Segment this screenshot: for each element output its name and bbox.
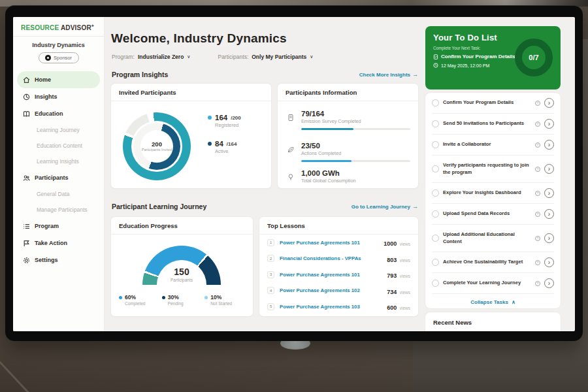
- legend-active: 84 /164 Active: [208, 140, 241, 154]
- donut-legend: 164 /200 Registered 84 /164 Active: [208, 114, 241, 166]
- task-checkbox[interactable]: [432, 141, 439, 148]
- sidebar-item-program[interactable]: Program: [17, 218, 100, 235]
- settings-icon: [23, 257, 30, 264]
- stat-emission-survey: 79/164 Emission Survey Completed: [286, 110, 410, 130]
- recent-news-title: Recent News: [433, 319, 553, 331]
- lesson-row: 2 Financial Considerations - VPPAs 803 v…: [259, 251, 418, 267]
- card-title: Top Lessons: [259, 217, 418, 235]
- stat-actions-completed: 23/50 Actions Completed: [286, 142, 410, 162]
- chevron-down-icon: ∨: [187, 54, 190, 59]
- task-checkbox[interactable]: [432, 120, 439, 127]
- survey-icon: [287, 112, 295, 120]
- take-action-icon: [23, 240, 30, 247]
- lesson-views: 1000 views: [384, 237, 410, 248]
- help-icon[interactable]: ?: [535, 122, 540, 127]
- help-icon[interactable]: ?: [535, 142, 540, 148]
- task-row-confirm-program[interactable]: Confirm Your Program Details ? ›: [432, 93, 554, 114]
- sidebar-item-participants[interactable]: Participants: [17, 169, 100, 186]
- sidebar-item-general-data[interactable]: General Data: [17, 186, 100, 202]
- sidebar-item-insights[interactable]: Insights: [17, 88, 100, 105]
- task-chevron-button[interactable]: ›: [544, 209, 554, 219]
- lesson-link[interactable]: Power Purchase Agreements 102: [280, 287, 360, 293]
- help-icon[interactable]: ?: [535, 281, 540, 286]
- help-icon[interactable]: ?: [535, 212, 540, 217]
- check-more-insights-link[interactable]: Check More Insights→: [306, 71, 418, 78]
- help-icon[interactable]: ?: [535, 101, 540, 106]
- participants-icon: [23, 174, 30, 182]
- lesson-rank-badge: 1: [267, 239, 274, 246]
- sidebar-item-home[interactable]: Home: [17, 71, 100, 88]
- task-chevron-button[interactable]: ›: [544, 98, 554, 108]
- card-title: Participants Information: [278, 84, 418, 101]
- lesson-row: 1 Power Purchase Agreements 101 1000 vie…: [259, 235, 418, 251]
- task-row-invite-collaborator[interactable]: Invite a Collaborator ? ›: [432, 135, 554, 155]
- lesson-views: 600 views: [387, 301, 410, 312]
- sidebar-item-manage-participants[interactable]: Manage Participants: [17, 202, 100, 218]
- lesson-link[interactable]: Financial Considerations - VPPAs: [280, 255, 361, 261]
- collapse-tasks-link[interactable]: Collapse Tasks ∧: [432, 294, 554, 310]
- gauge-legend: 60% Completed 30% Pending 10% Not Starte…: [119, 294, 248, 306]
- task-row-verify-participants[interactable]: Verify participants requesting to join t…: [432, 155, 554, 183]
- lesson-link[interactable]: Power Purchase Agreements 101: [280, 272, 360, 278]
- task-row-explore-insights[interactable]: Explore Your Insights Dashboard ? ›: [432, 183, 554, 204]
- lesson-link[interactable]: Power Purchase Agreements 103: [280, 304, 360, 310]
- progress-bar: [301, 160, 410, 162]
- task-chevron-button[interactable]: ›: [544, 164, 554, 174]
- program-dropdown[interactable]: Program: Industrialize Zero ∨: [112, 54, 190, 60]
- legend-registered: 164 /200 Registered: [208, 114, 241, 128]
- go-to-learning-journey-link[interactable]: Go to Learning Journey→: [306, 203, 418, 210]
- task-chevron-button[interactable]: ›: [544, 119, 554, 129]
- chevron-up-icon: ∧: [512, 299, 515, 305]
- sidebar-item-education[interactable]: Education: [17, 105, 100, 122]
- page-title: Welcome, Industry Dynamics: [111, 31, 287, 46]
- participants-dropdown[interactable]: Participants: Only My Participants ∨: [218, 54, 313, 60]
- task-row-complete-learning-journey[interactable]: Complete Your Learning Journey ? ›: [432, 273, 554, 294]
- sponsor-badge: Sponsor: [39, 52, 79, 63]
- task-chevron-button[interactable]: ›: [544, 233, 554, 243]
- education-progress-card: Education Progress 150 Participants 60% …: [111, 217, 253, 316]
- task-row-achieve-sustainability-target[interactable]: Achieve One Sustainability Target ? ›: [432, 252, 554, 273]
- brand-logo[interactable]: RESOURCE ADVISOR+: [13, 17, 104, 37]
- task-checkbox[interactable]: [432, 259, 439, 266]
- help-icon[interactable]: ?: [535, 191, 540, 196]
- invited-participants-card: Invited Participants 200 Participants In…: [111, 84, 271, 188]
- brand-primary: RESOURCE: [21, 24, 59, 31]
- task-chevron-button[interactable]: ›: [544, 188, 554, 198]
- task-chevron-button[interactable]: ›: [544, 278, 554, 288]
- brand-secondary: ADVISOR: [61, 24, 91, 31]
- task-row-upload-spend-data[interactable]: Upload Spend Data Records ? ›: [432, 204, 554, 225]
- section-heading-learning-journey: Participant Learning Journey: [112, 203, 206, 210]
- todo-task-list: Confirm Your Program Details ? › Send 50…: [425, 93, 561, 308]
- help-icon[interactable]: ?: [535, 260, 540, 265]
- task-checkbox[interactable]: [432, 99, 439, 106]
- sidebar-item-settings[interactable]: Settings: [17, 252, 100, 269]
- lesson-link[interactable]: Power Purchase Agreements 101: [280, 240, 360, 246]
- help-icon[interactable]: ?: [535, 236, 540, 241]
- scene: RESOURCE ADVISOR+ Industry Dynamics Spon…: [0, 0, 588, 392]
- task-checkbox[interactable]: [432, 189, 439, 197]
- consumption-icon: [287, 172, 295, 180]
- task-row-upload-educational-content[interactable]: Upload Additional Educational Content ? …: [432, 225, 554, 252]
- arrow-right-icon: →: [412, 203, 418, 210]
- task-checkbox[interactable]: [432, 165, 439, 172]
- lesson-views: 803 views: [387, 253, 410, 265]
- task-checkbox[interactable]: [432, 210, 439, 218]
- sidebar-item-learning-insights[interactable]: Learning Insights: [17, 154, 100, 169]
- task-row-send-invitations[interactable]: Send 50 Invitations to Participants ? ›: [432, 114, 554, 135]
- lesson-rank-badge: 2: [267, 255, 274, 262]
- todo-progress-ring: 0/7: [515, 39, 553, 76]
- task-checkbox[interactable]: [432, 235, 439, 242]
- help-icon[interactable]: ?: [535, 167, 540, 172]
- dashboard-screen: RESOURCE ADVISOR+ Industry Dynamics Spon…: [13, 17, 575, 331]
- sidebar-item-learning-journey[interactable]: Learning Journey: [17, 122, 100, 138]
- task-checkbox[interactable]: [432, 280, 439, 287]
- task-chevron-button[interactable]: ›: [544, 140, 554, 150]
- sidebar-item-take-action[interactable]: Take Action: [17, 235, 100, 252]
- lesson-rank-badge: 3: [267, 271, 274, 278]
- task-chevron-button[interactable]: ›: [544, 257, 554, 267]
- sidebar-item-education-content[interactable]: Education Content: [17, 138, 100, 154]
- chevron-down-icon: ∨: [310, 54, 313, 59]
- program-icon: [23, 223, 30, 230]
- section-heading-program-insights: Program Insights: [112, 71, 168, 78]
- clipboard-icon: [433, 54, 438, 59]
